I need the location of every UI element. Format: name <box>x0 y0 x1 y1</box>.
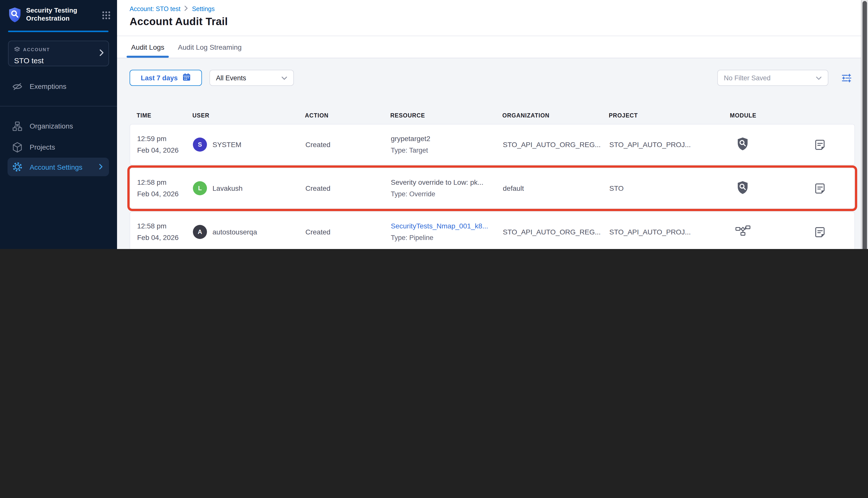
sidebar: Security Testing Orchestration <box>0 0 117 249</box>
vertical-scrollbar[interactable] <box>861 0 868 249</box>
cube-icon <box>12 142 23 152</box>
page-title: Account Audit Trail <box>130 16 868 28</box>
table-row[interactable]: 12:58 pm Feb 04, 2026 A autostouserqa Cr… <box>130 211 855 249</box>
page-header: Account: STO test Settings Account Audit… <box>117 0 868 36</box>
cell-module <box>730 225 755 238</box>
layers-icon <box>14 45 20 54</box>
app-grid-icon[interactable] <box>102 11 111 22</box>
row-time: 12:58 pm <box>137 220 193 232</box>
row-date: Feb 04, 2026 <box>137 232 193 244</box>
user-avatar: L <box>193 181 207 195</box>
calendar-icon <box>182 73 191 83</box>
breadcrumb-account-link[interactable]: Account: STO test <box>130 5 180 13</box>
sidebar-item-projects[interactable]: Projects <box>0 136 117 158</box>
table-row[interactable]: 12:59 pm Feb 04, 2026 S SYSTEM Created g… <box>130 124 855 165</box>
row-user: SYSTEM <box>212 141 241 148</box>
row-action: Created <box>306 184 331 192</box>
chevron-right-icon <box>99 163 103 171</box>
date-range-button[interactable]: Last 7 days <box>130 70 202 86</box>
sidebar-item-exemptions[interactable]: Exemptions <box>0 76 117 97</box>
sidebar-item-label: Projects <box>30 143 55 151</box>
gear-icon <box>12 162 23 172</box>
cell-resource: Severity override to Low: pk... Type: Ov… <box>391 177 503 200</box>
breadcrumb-settings-link[interactable]: Settings <box>192 5 215 13</box>
cell-user: L Lavakush <box>193 181 306 195</box>
row-time: 12:59 pm <box>137 133 193 145</box>
row-user: autostouserqa <box>212 228 257 236</box>
main-content: Account: STO test Settings Account Audit… <box>117 0 868 249</box>
sidebar-item-label: Exemptions <box>30 82 66 90</box>
cell-organization: STO_API_AUTO_ORG_REG... <box>503 141 609 148</box>
row-project: STO_API_AUTO_PROJ... <box>609 228 691 236</box>
user-avatar: S <box>193 137 207 152</box>
col-organization: ORGANIZATION <box>502 113 609 118</box>
sidebar-header: Security Testing Orchestration <box>0 0 117 25</box>
cell-action: Created <box>306 184 391 192</box>
event-type-value: All Events <box>216 74 246 82</box>
sidebar-item-label: Organizations <box>30 122 73 130</box>
sidebar-accent-line <box>8 31 108 32</box>
cell-time: 12:58 pm Feb 04, 2026 <box>137 220 193 244</box>
cell-summary <box>755 183 854 194</box>
resource-name[interactable]: SecurityTests_Nmap_001_k8... <box>391 220 496 232</box>
cell-user: S SYSTEM <box>193 137 306 152</box>
account-label: ACCOUNT <box>23 47 50 52</box>
scrollbar-thumb[interactable] <box>863 1 867 249</box>
cell-project: STO <box>609 184 730 192</box>
row-organization: default <box>503 184 524 192</box>
tab-audit-logs[interactable]: Audit Logs <box>131 36 164 58</box>
resource-name: Severity override to Low: pk... <box>391 177 496 188</box>
sidebar-item-organizations[interactable]: Organizations <box>0 116 117 136</box>
event-type-select[interactable]: All Events <box>209 70 294 86</box>
cell-project: STO_API_AUTO_PROJ... <box>609 228 730 236</box>
account-switcher[interactable]: ACCOUNT STO test <box>8 41 109 66</box>
col-user: USER <box>192 113 305 118</box>
cell-project: STO_API_AUTO_PROJ... <box>609 141 730 148</box>
product-title: Security Testing Orchestration <box>26 6 77 23</box>
row-user: Lavakush <box>212 184 243 192</box>
col-resource: RESOURCE <box>390 113 502 118</box>
row-project: STO_API_AUTO_PROJ... <box>609 141 691 148</box>
breadcrumb-chevron-icon <box>184 5 188 13</box>
cell-resource: grypetarget2 Type: Target <box>391 133 503 156</box>
audit-table-body: 12:59 pm Feb 04, 2026 S SYSTEM Created g… <box>130 124 855 249</box>
table-header: TIME USER ACTION RESOURCE ORGANIZATION P… <box>130 113 855 118</box>
col-action: ACTION <box>305 113 390 118</box>
chevron-down-icon <box>281 74 287 82</box>
saved-filter-value: No Filter Saved <box>724 74 770 82</box>
audit-logs-panel: Last 7 days All Events <box>117 58 868 249</box>
row-date: Feb 04, 2026 <box>137 145 193 156</box>
sidebar-item-account-settings[interactable]: Account Settings <box>8 158 109 176</box>
row-action: Created <box>306 228 331 236</box>
app-window: Security Testing Orchestration <box>0 0 868 249</box>
event-summary-button[interactable] <box>814 183 826 194</box>
table-row[interactable]: 12:58 pm Feb 04, 2026 L Lavakush Created… <box>130 168 855 209</box>
sto-shield-icon <box>737 137 749 152</box>
user-avatar: A <box>193 225 207 239</box>
pipeline-icon <box>735 225 750 238</box>
tab-audit-log-streaming[interactable]: Audit Log Streaming <box>178 36 242 58</box>
cell-action: Created <box>306 228 391 236</box>
cell-organization: default <box>503 184 609 192</box>
event-summary-button[interactable] <box>814 226 826 238</box>
breadcrumb: Account: STO test Settings <box>130 5 868 13</box>
resource-type: Type: Override <box>391 188 496 200</box>
cell-summary <box>755 139 854 150</box>
event-summary-button[interactable] <box>814 139 826 150</box>
cell-user: A autostouserqa <box>193 225 306 239</box>
row-action: Created <box>306 141 331 148</box>
resource-type: Type: Pipeline <box>391 232 496 244</box>
account-name: STO test <box>14 56 95 65</box>
filter-settings-button[interactable] <box>841 73 852 82</box>
product-title-line1: Security Testing <box>26 6 77 15</box>
sto-logo-shield-icon <box>8 7 22 25</box>
chevron-right-icon <box>100 49 104 58</box>
col-time: TIME <box>137 113 192 118</box>
org-chart-icon <box>12 121 23 131</box>
sidebar-item-label: Account Settings <box>30 163 82 171</box>
sidebar-nav: Exemptions Organizations <box>0 76 117 176</box>
sto-shield-icon <box>737 181 749 196</box>
eye-off-icon <box>12 82 23 91</box>
saved-filter-select[interactable]: No Filter Saved <box>717 70 828 86</box>
filter-row: Last 7 days All Events <box>130 70 852 86</box>
